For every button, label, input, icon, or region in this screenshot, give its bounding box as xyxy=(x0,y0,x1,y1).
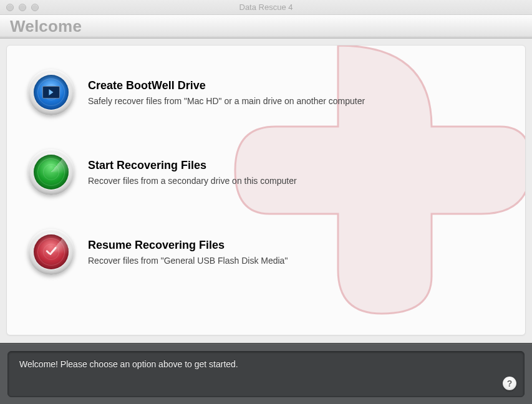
banner-title: Welcome xyxy=(10,17,82,36)
option-texts: Start Recovering Files Recover files fro… xyxy=(88,159,297,186)
option-texts: Create BootWell Drive Safely recover fil… xyxy=(88,79,365,106)
footer-panel: Welcome! Please choose an option above t… xyxy=(7,351,525,397)
option-title: Start Recovering Files xyxy=(88,159,297,172)
option-subtitle: Recover files from "General USB Flash Di… xyxy=(88,256,288,266)
options-list: Create BootWell Drive Safely recover fil… xyxy=(7,46,525,275)
help-icon: ? xyxy=(507,378,513,388)
close-window-button[interactable] xyxy=(6,4,14,11)
orb-icon-wrapper xyxy=(28,69,74,115)
option-start-recovering[interactable]: Start Recovering Files Recover files fro… xyxy=(28,149,506,195)
orb-icon-wrapper xyxy=(28,149,74,195)
monitor-play-icon xyxy=(34,75,69,110)
zoom-window-button[interactable] xyxy=(31,4,39,11)
options-card: Create BootWell Drive Safely recover fil… xyxy=(6,45,526,335)
welcome-banner: Welcome xyxy=(0,15,532,39)
footer-message: Welcome! Please choose an option above t… xyxy=(19,359,238,369)
radar-icon xyxy=(34,155,69,190)
footer: Welcome! Please choose an option above t… xyxy=(0,343,532,404)
option-subtitle: Safely recover files from "Mac HD" or a … xyxy=(88,96,365,106)
main-area: Create BootWell Drive Safely recover fil… xyxy=(0,39,532,335)
window-controls xyxy=(0,4,39,11)
option-resume-recovering[interactable]: Resume Recovering Files Recover files fr… xyxy=(28,229,506,275)
help-button[interactable]: ? xyxy=(503,377,516,390)
titlebar: Data Rescue 4 xyxy=(0,0,532,15)
option-title: Resume Recovering Files xyxy=(88,239,288,252)
option-title: Create BootWell Drive xyxy=(88,79,365,92)
option-texts: Resume Recovering Files Recover files fr… xyxy=(88,239,288,266)
window-title: Data Rescue 4 xyxy=(0,2,532,12)
option-create-bootwell[interactable]: Create BootWell Drive Safely recover fil… xyxy=(28,69,506,115)
radar-check-icon xyxy=(34,234,69,269)
orb-icon-wrapper xyxy=(28,229,74,275)
option-subtitle: Recover files from a secondary drive on … xyxy=(88,176,297,186)
minimize-window-button[interactable] xyxy=(19,4,26,11)
